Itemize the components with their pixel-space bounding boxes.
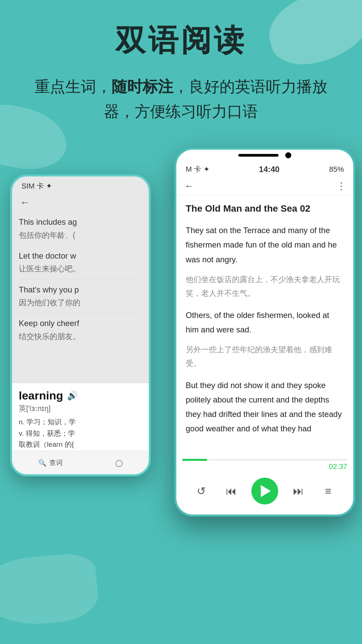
- search-icon: 🔍: [38, 459, 47, 467]
- back-nav-bar: ←: [12, 194, 149, 212]
- front-nav-bar: ← ⋮: [176, 177, 353, 195]
- play-button[interactable]: [251, 478, 278, 504]
- paragraph-2-en: But they did not show it and they spoke …: [186, 378, 344, 436]
- subtitle-bold: 随时标注: [112, 78, 173, 95]
- back-item-0-en: This includes ag: [19, 212, 142, 230]
- front-nav-more-icon[interactable]: ⋮: [337, 180, 345, 192]
- paragraph-1-cn: 另外一些上了些年纪的渔夫望着他，感到难受。: [186, 343, 344, 371]
- back-item-2-en: That's why you p: [19, 279, 142, 298]
- word-audio-icon[interactable]: 🔊: [67, 390, 78, 401]
- word-def-2: 取教训（learn 的{: [19, 439, 142, 450]
- back-item-1-cn: 让医生来操心吧。: [19, 263, 142, 279]
- word-def-1: v. 得知，获悉；学: [19, 428, 142, 439]
- paragraph-1-en: Others, of the older fishermen, looked a…: [186, 308, 344, 337]
- paragraph-0-cn: 他们坐在饭店的露台上，不少渔夫拿老人开玩笑，老人并不生气。: [186, 273, 344, 301]
- prev-icon: ⏮: [226, 485, 237, 497]
- notch-bar: [238, 154, 279, 157]
- back-item-1-en: Let the doctor w: [19, 246, 142, 264]
- repeat-button[interactable]: ↺: [191, 481, 212, 501]
- phone-front: M 卡 ✦ 14:40 85% ← ⋮ The Old Man and the …: [174, 148, 355, 517]
- next-icon: ⏭: [293, 485, 304, 497]
- menu-icon: ≡: [325, 485, 331, 497]
- front-content: The Old Man and the Sea 02 They sat on t…: [176, 195, 353, 493]
- back-status-bar: SIM 卡 ✦: [12, 176, 149, 194]
- book-title: The Old Man and the Sea 02: [186, 202, 344, 215]
- back-nav-back-icon[interactable]: ←: [20, 197, 29, 208]
- audio-controls: ↺ ⏮ ⏭ ≡: [176, 474, 353, 508]
- phones-container: SIM 卡 ✦ ← This includes ag 包括你的年龄、( Let …: [0, 148, 362, 631]
- front-status-bar: M 卡 ✦ 14:40 85%: [176, 160, 353, 177]
- back-item-1: Let the doctor w 让医生来操心吧。: [19, 246, 142, 279]
- back-bottom-search[interactable]: 🔍 查词: [38, 458, 63, 467]
- repeat-icon: ↺: [197, 485, 206, 497]
- circle-icon: ◯: [115, 459, 123, 467]
- play-icon: [261, 485, 271, 497]
- front-notch: [176, 150, 353, 160]
- menu-button[interactable]: ≡: [318, 481, 338, 501]
- back-bottom-other[interactable]: ◯: [115, 459, 123, 467]
- back-item-3: Keep only cheerf 结交快乐的朋友。: [19, 313, 142, 347]
- back-item-2-cn: 因为他们收了你的: [19, 297, 142, 313]
- header-section: 双语阅读 重点生词，随时标注，良好的英语听力播放器，方便练习听力口语: [0, 0, 362, 124]
- back-bottom-bar: 🔍 查词 ◯: [12, 451, 149, 474]
- next-button[interactable]: ⏭: [288, 481, 308, 501]
- back-status-left: SIM 卡 ✦: [21, 181, 52, 191]
- notch-dot: [285, 152, 291, 158]
- front-status-battery: 85%: [329, 165, 344, 174]
- progress-bar-fill: [182, 459, 207, 461]
- word-title-row: learning 🔊: [19, 389, 142, 402]
- audio-progress-section[interactable]: 02:37: [176, 459, 353, 471]
- progress-bar-track[interactable]: [182, 459, 347, 461]
- word-phonetic: 英['lɜːnɪŋ]: [19, 404, 142, 414]
- word-term: learning: [19, 389, 63, 402]
- back-item-0-cn: 包括你的年龄、(: [19, 230, 142, 246]
- back-item-0: This includes ag 包括你的年龄、(: [19, 212, 142, 246]
- back-item-2: That's why you p 因为他们收了你的: [19, 279, 142, 313]
- paragraph-0-en: They sat on the Terrace and many of the …: [186, 223, 344, 267]
- back-item-3-cn: 结交快乐的朋友。: [19, 331, 142, 347]
- word-card: learning 🔊 英['lɜːnɪŋ] n. 学习；知识，学 v. 得知，获…: [12, 383, 149, 454]
- search-label: 查词: [49, 458, 63, 467]
- phone-back: SIM 卡 ✦ ← This includes ag 包括你的年龄、( Let …: [10, 174, 151, 476]
- back-phone-content: This includes ag 包括你的年龄、( Let the doctor…: [12, 212, 149, 347]
- back-item-3-en: Keep only cheerf: [19, 313, 142, 331]
- front-status-left: M 卡 ✦: [186, 164, 209, 174]
- front-status-time: 14:40: [259, 165, 280, 174]
- app-subtitle: 重点生词，随时标注，良好的英语听力播放器，方便练习听力口语: [0, 74, 362, 124]
- front-nav-back-icon[interactable]: ←: [184, 181, 194, 192]
- word-def-0: n. 学习；知识，学: [19, 416, 142, 428]
- prev-button[interactable]: ⏮: [221, 481, 241, 501]
- app-title: 双语阅读: [0, 20, 362, 61]
- progress-time: 02:37: [182, 462, 347, 471]
- subtitle-part1: 重点生词，: [35, 78, 112, 95]
